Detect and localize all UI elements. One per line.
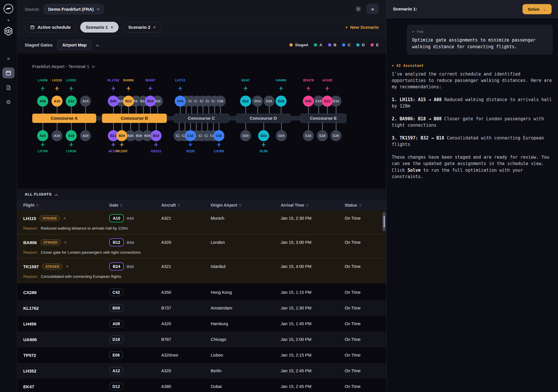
gate-a14[interactable]: A14 — [80, 96, 91, 107]
new-gate-badge[interactable]: B24 — [109, 262, 124, 271]
gate-e18[interactable]: E18 — [317, 130, 328, 141]
gate-e16[interactable]: E16 — [303, 130, 314, 141]
gate-d16[interactable]: D16 — [264, 96, 275, 107]
gate-e08[interactable]: E08 — [303, 96, 314, 107]
table-scrollbar-thumb[interactable] — [382, 212, 386, 231]
tab-scenario-2[interactable]: Scenario 2 × — [123, 22, 161, 33]
gate-a15[interactable]: A15 — [37, 130, 48, 141]
gate-a18[interactable]: A18 — [66, 130, 77, 141]
unstage-close-icon[interactable]: × — [63, 216, 66, 221]
arrival-cell: Jan 15, 4:00 PM — [281, 264, 345, 269]
gate-e12[interactable]: E12 — [322, 96, 333, 107]
gate-badge[interactable]: A12 — [109, 367, 123, 375]
ai-recommendation-3: 3. TK1597: B32 → B18 Consolidated with c… — [392, 135, 553, 148]
gate-a20[interactable]: A20 — [80, 130, 91, 141]
origin-cell: Chicago — [211, 337, 281, 342]
plane-icon — [40, 142, 46, 148]
staged-gates-toggle[interactable]: Staged Gates — [25, 42, 53, 47]
gate-badge[interactable]: E08 — [109, 351, 123, 359]
hexagon-eye-logo-icon[interactable] — [3, 26, 13, 37]
sidebar-item-schedule[interactable] — [2, 67, 15, 78]
column-header-status[interactable]: Status — [345, 203, 386, 207]
gate-d24[interactable]: D24 — [276, 130, 287, 141]
gate-b18[interactable]: B18 — [145, 96, 156, 107]
gate-a12[interactable]: A12 — [66, 96, 77, 107]
old-gate-strikethrough: A15 — [127, 216, 134, 221]
unstage-close-icon[interactable]: × — [66, 264, 68, 269]
gate-d22[interactable]: D22 — [258, 130, 269, 141]
gate-badge[interactable]: D12 — [109, 383, 123, 390]
tab-active-schedule[interactable]: Active schedule — [25, 22, 76, 33]
ai-recommendations: 1. LH115: A15 → A08 Reduced walking dist… — [392, 96, 553, 148]
expand-sidebar-button[interactable]: » — [2, 53, 15, 64]
gate-stem — [281, 123, 282, 130]
map-flight-label-az420: AZ420 — [322, 78, 332, 82]
gate-a16[interactable]: A16 — [51, 130, 62, 141]
source-select[interactable]: Demo Frankfurt (FRA) — [44, 4, 104, 14]
sidebar-item-settings[interactable]: ⚙ — [2, 96, 15, 108]
assistant-panel-header: Scenario 1: Solve → — [387, 0, 558, 18]
column-header-flight[interactable]: Flight — [23, 203, 109, 207]
gate-c26[interactable]: C26 — [215, 96, 226, 107]
gate-stem — [121, 107, 122, 114]
sidebar-item-documents[interactable] — [2, 82, 15, 93]
gate-b32[interactable]: B32 — [151, 130, 162, 141]
column-header-gate[interactable]: Gate — [109, 203, 161, 207]
gate-c04[interactable]: C04 — [175, 96, 186, 107]
collapse-table-button[interactable] — [55, 192, 58, 197]
map-flight-label-dl90: DL90 — [260, 149, 268, 153]
staged-badge: STAGED — [42, 264, 62, 269]
gate-stem — [322, 123, 323, 130]
legend-label: B — [334, 43, 337, 47]
sort-icon — [37, 203, 38, 207]
terminal-select[interactable]: Frankfurt Airport - Terminal 1 — [32, 64, 94, 69]
staged-badge: STAGED — [40, 239, 61, 245]
gate-a08[interactable]: A08 — [37, 96, 48, 107]
map-flight-label-lh115: LH115 — [52, 78, 62, 82]
close-icon[interactable]: × — [153, 25, 155, 30]
gate-b24[interactable]: B24 — [116, 130, 127, 141]
gate-c42[interactable]: C42 — [213, 130, 224, 141]
status-cell: On Time — [345, 216, 386, 221]
close-icon[interactable]: × — [111, 25, 113, 30]
plus-icon[interactable]: + — [7, 17, 10, 23]
gate-a10[interactable]: A10 — [51, 96, 62, 107]
gate-d18[interactable]: D18 — [276, 96, 287, 107]
solve-button[interactable]: Solve → — [523, 4, 552, 14]
staged-badge: STAGED — [40, 215, 60, 221]
gate-d20[interactable]: D20 — [240, 130, 251, 141]
gate-badge[interactable]: A08 — [109, 320, 123, 327]
unstage-close-icon[interactable]: × — [64, 240, 67, 245]
collapse-panel-button[interactable]: » — [366, 4, 379, 14]
staged-flight-row-lh115: LH115STAGED×A10A15A321MunichJan 15, 2:30… — [17, 210, 386, 235]
legend-label: E — [376, 43, 379, 47]
gate-stem — [130, 123, 131, 130]
column-header-origin-airport[interactable]: Origin Airport — [211, 203, 281, 207]
legend-dot — [356, 43, 360, 46]
table-row-ek47: EK47D12A380DubaiJan 15, 2:45 PMOn Time — [17, 379, 386, 392]
airport-map-toggle[interactable]: Airport Map — [57, 40, 92, 50]
new-gate-badge[interactable]: A10 — [109, 214, 124, 222]
column-header-arrival-time[interactable]: Arrival Time — [281, 203, 345, 207]
concourse-connector — [167, 116, 174, 121]
new-scenario-button[interactable]: + New Scenario — [345, 25, 379, 30]
gate-badge[interactable]: B08 — [109, 304, 123, 312]
gate-c32[interactable]: C32 — [185, 130, 196, 141]
gate-d14[interactable]: D14 — [252, 96, 263, 107]
theme-toggle-sun-icon[interactable] — [355, 6, 361, 12]
column-header-aircraft[interactable]: Aircraft — [161, 203, 211, 207]
collapse-map-button[interactable] — [96, 42, 99, 48]
aircraft-cell: A320 — [161, 240, 211, 245]
new-gate-badge[interactable]: B12 — [109, 238, 124, 246]
gate-e20[interactable]: E20 — [330, 130, 341, 141]
arrival-cell: Jan 15, 2:00 PM — [281, 337, 345, 342]
gate-b08[interactable]: B08 — [108, 96, 119, 107]
plane-icon — [278, 85, 284, 91]
gate-d12[interactable]: D12 — [240, 96, 251, 107]
concourse-connector — [96, 116, 102, 121]
gate-badge[interactable]: C42 — [109, 289, 123, 296]
gate-b12[interactable]: B12 — [123, 96, 134, 107]
map-legend: StagedABCDE — [289, 43, 379, 47]
gate-badge[interactable]: D18 — [109, 336, 123, 343]
tab-scenario-1[interactable]: Scenario 1 × — [80, 22, 119, 33]
